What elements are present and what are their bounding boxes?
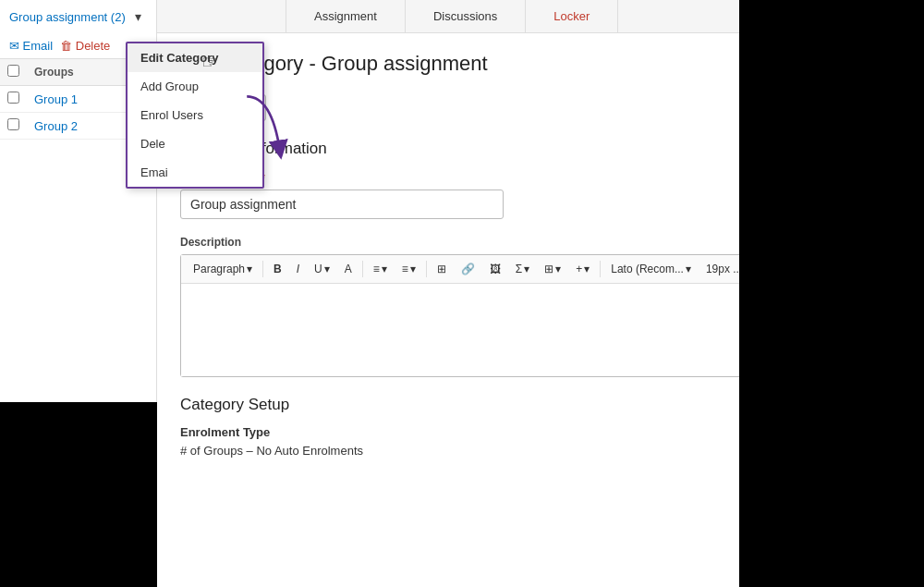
- separator-3: [426, 261, 427, 277]
- image-button[interactable]: 🖼: [483, 259, 507, 279]
- delete-link[interactable]: 🗑 Delete: [60, 39, 110, 53]
- link-button[interactable]: 🔗: [455, 259, 481, 279]
- category-name-input[interactable]: [180, 190, 504, 219]
- tab-locker[interactable]: Locker: [526, 0, 618, 32]
- font-dropdown[interactable]: Lato (Recom...▾: [604, 259, 698, 279]
- bold-button[interactable]: B: [267, 259, 288, 279]
- align-button[interactable]: ≡▾: [367, 259, 394, 279]
- italic-button[interactable]: I: [290, 259, 306, 279]
- black-overlay-right: [739, 0, 924, 587]
- chevron-down-icon: ▾: [135, 9, 141, 24]
- group-assignment-link[interactable]: Group assignment (2): [9, 10, 126, 24]
- group-assignment-header: Group assignment (2) ▾: [0, 0, 156, 33]
- row-checkbox[interactable]: [7, 118, 19, 130]
- tab-discussions[interactable]: Discussions: [406, 0, 526, 32]
- strikethrough-button[interactable]: A: [338, 259, 359, 279]
- arrow-pointer: [236, 92, 291, 169]
- email-link[interactable]: ✉ Email: [9, 39, 53, 53]
- sigma-button[interactable]: Σ▾: [509, 259, 536, 279]
- group-link[interactable]: Group 2: [34, 119, 78, 133]
- separator-4: [600, 261, 601, 277]
- dropdown-item-0[interactable]: Edit Category: [128, 43, 262, 72]
- list-button[interactable]: ≡▾: [395, 259, 422, 279]
- dropdown-button[interactable]: ▾: [131, 7, 145, 26]
- row-checkbox[interactable]: [7, 92, 19, 104]
- select-all-checkbox[interactable]: [7, 65, 19, 77]
- table-button[interactable]: ⊞: [431, 259, 453, 279]
- paragraph-dropdown[interactable]: Paragraph ▾: [187, 259, 259, 279]
- grid-button[interactable]: ⊞▾: [538, 259, 567, 279]
- cursor-icon: ☞: [201, 51, 218, 73]
- tab-assignment[interactable]: Assignment: [286, 0, 406, 32]
- plus-button[interactable]: +▾: [569, 259, 596, 279]
- group-link[interactable]: Group 1: [34, 92, 78, 106]
- separator-2: [362, 261, 363, 277]
- underline-button[interactable]: U▾: [308, 259, 336, 279]
- separator-1: [262, 261, 263, 277]
- black-overlay-bottom: [0, 402, 157, 587]
